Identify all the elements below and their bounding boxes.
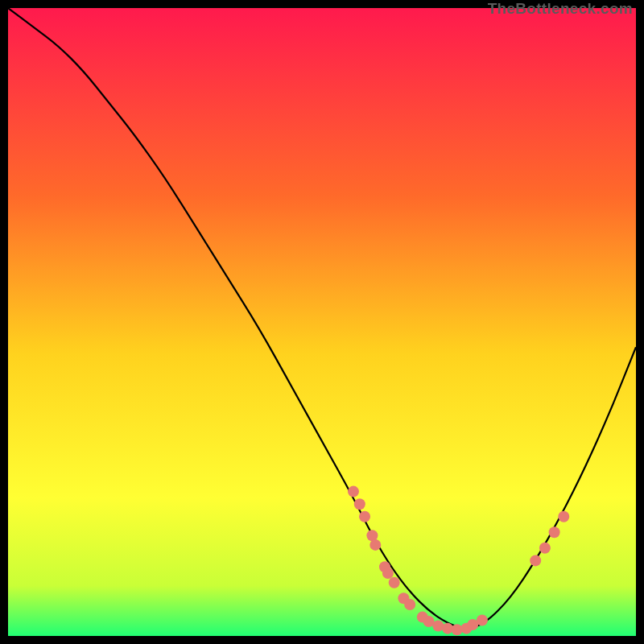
bottleneck-chart: [8, 8, 636, 636]
data-dot: [359, 511, 370, 522]
data-dot: [549, 526, 560, 538]
data-dot: [530, 555, 541, 566]
data-dot: [389, 577, 400, 588]
data-dot: [354, 498, 365, 510]
data-dot: [558, 511, 569, 522]
gradient-background: [8, 8, 636, 636]
data-dot: [432, 621, 444, 632]
watermark-text: TheBottleneck.com: [488, 0, 633, 18]
data-dot: [369, 539, 381, 551]
data-dot: [539, 543, 551, 554]
chart-svg: [8, 8, 636, 636]
data-dot: [404, 599, 415, 610]
data-dot: [382, 568, 394, 579]
data-dot: [477, 615, 488, 626]
data-dot: [348, 486, 359, 497]
